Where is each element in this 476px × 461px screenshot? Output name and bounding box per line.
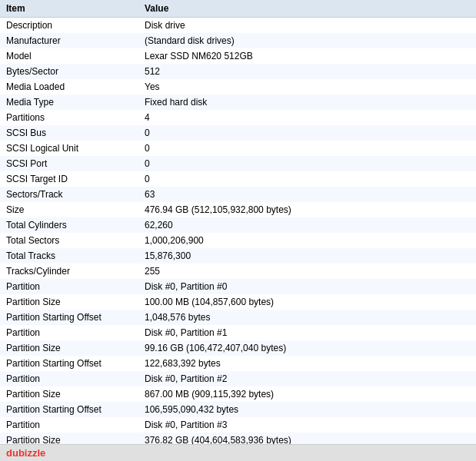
cell-value: Disk #0, Partition #2 — [138, 371, 476, 386]
cell-item: Partition — [0, 371, 138, 386]
cell-value: 106,595,090,432 bytes — [138, 402, 476, 417]
table-row: Sectors/Track63 — [0, 187, 476, 202]
cell-value: 0 — [138, 171, 476, 187]
cell-item: Partition — [0, 279, 138, 294]
cell-item: Total Cylinders — [0, 217, 138, 233]
table-row: SCSI Bus0 — [0, 125, 476, 141]
cell-item: SCSI Bus — [0, 125, 138, 141]
cell-value: 867.00 MB (909,115,392 bytes) — [138, 386, 476, 402]
table-row: Manufacturer(Standard disk drives) — [0, 33, 476, 48]
cell-value: 0 — [138, 141, 476, 156]
cell-item: Media Loaded — [0, 79, 138, 95]
cell-value: 100.00 MB (104,857,600 bytes) — [138, 294, 476, 310]
table-row: SCSI Port0 — [0, 156, 476, 171]
cell-item: Total Tracks — [0, 248, 138, 264]
cell-value: 0 — [138, 156, 476, 171]
cell-item: Tracks/Cylinder — [0, 264, 138, 279]
table-row: Media LoadedYes — [0, 79, 476, 95]
cell-item: Partition Size — [0, 386, 138, 402]
cell-item: Partition Size — [0, 294, 138, 310]
cell-value: Disk #0, Partition #0 — [138, 279, 476, 294]
cell-value: 15,876,300 — [138, 248, 476, 264]
table-row: Partition Starting Offset1,048,576 bytes — [0, 310, 476, 325]
table-row: Media TypeFixed hard disk — [0, 95, 476, 110]
table-row: PartitionDisk #0, Partition #0 — [0, 279, 476, 294]
cell-value: Fixed hard disk — [138, 95, 476, 110]
cell-value: 1,048,576 bytes — [138, 310, 476, 325]
cell-item: Partition — [0, 417, 138, 433]
cell-item: Partition — [0, 325, 138, 340]
cell-item: Bytes/Sector — [0, 64, 138, 79]
table-row: DescriptionDisk drive — [0, 18, 476, 34]
table-header-row: Item Value — [0, 0, 476, 18]
cell-item: Media Type — [0, 95, 138, 110]
disk-info-table: Item Value DescriptionDisk driveManufact… — [0, 0, 476, 461]
cell-item: SCSI Logical Unit — [0, 141, 138, 156]
cell-value: 512 — [138, 64, 476, 79]
cell-value: 4 — [138, 110, 476, 125]
cell-value: (Standard disk drives) — [138, 33, 476, 48]
table-row: Partition Starting Offset122,683,392 byt… — [0, 356, 476, 371]
cell-value: 255 — [138, 264, 476, 279]
cell-value: Disk #0, Partition #3 — [138, 417, 476, 433]
cell-item: Total Sectors — [0, 233, 138, 248]
table-row: Total Tracks15,876,300 — [0, 248, 476, 264]
table-row: Tracks/Cylinder255 — [0, 264, 476, 279]
table-row: Partition Starting Offset106,595,090,432… — [0, 402, 476, 417]
table-row: SCSI Logical Unit0 — [0, 141, 476, 156]
cell-item: Model — [0, 48, 138, 64]
table-row: ModelLexar SSD NM620 512GB — [0, 48, 476, 64]
cell-item: Partition Starting Offset — [0, 402, 138, 417]
cell-value: Disk #0, Partition #1 — [138, 325, 476, 340]
table-row: Total Sectors1,000,206,900 — [0, 233, 476, 248]
cell-item: Partition Size — [0, 340, 138, 356]
table-row: Partition Size99.16 GB (106,472,407,040 … — [0, 340, 476, 356]
cell-value: 63 — [138, 187, 476, 202]
table-row: SCSI Target ID0 — [0, 171, 476, 187]
footer-logo: dubizzle — [6, 447, 45, 459]
cell-item: Sectors/Track — [0, 187, 138, 202]
table-row: PartitionDisk #0, Partition #1 — [0, 325, 476, 340]
table-row: Total Cylinders62,260 — [0, 217, 476, 233]
cell-value: Disk drive — [138, 18, 476, 34]
table-row: Partition Size100.00 MB (104,857,600 byt… — [0, 294, 476, 310]
cell-item: SCSI Port — [0, 156, 138, 171]
cell-item: Manufacturer — [0, 33, 138, 48]
col-value-header: Value — [138, 0, 476, 18]
cell-item: Size — [0, 202, 138, 217]
cell-value: Lexar SSD NM620 512GB — [138, 48, 476, 64]
table-row: Partitions4 — [0, 110, 476, 125]
cell-item: Description — [0, 18, 138, 34]
main-table-container: Item Value DescriptionDisk driveManufact… — [0, 0, 476, 461]
table-row: Bytes/Sector512 — [0, 64, 476, 79]
table-row: PartitionDisk #0, Partition #2 — [0, 371, 476, 386]
cell-item: Partition Starting Offset — [0, 356, 138, 371]
cell-value: 476.94 GB (512,105,932,800 bytes) — [138, 202, 476, 217]
cell-value: 122,683,392 bytes — [138, 356, 476, 371]
cell-value: 0 — [138, 125, 476, 141]
table-row: Size476.94 GB (512,105,932,800 bytes) — [0, 202, 476, 217]
cell-value: 1,000,206,900 — [138, 233, 476, 248]
cell-item: Partition Starting Offset — [0, 310, 138, 325]
cell-item: SCSI Target ID — [0, 171, 138, 187]
table-row: Partition Size867.00 MB (909,115,392 byt… — [0, 386, 476, 402]
footer-bar: dubizzle — [0, 444, 476, 461]
cell-item: Partitions — [0, 110, 138, 125]
col-item-header: Item — [0, 0, 138, 18]
cell-value: 99.16 GB (106,472,407,040 bytes) — [138, 340, 476, 356]
cell-value: Yes — [138, 79, 476, 95]
table-row: PartitionDisk #0, Partition #3 — [0, 417, 476, 433]
cell-value: 62,260 — [138, 217, 476, 233]
